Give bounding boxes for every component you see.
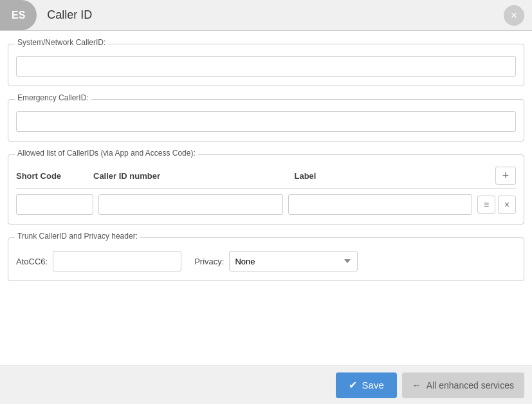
- atoc-field: AtoCC6:: [16, 251, 181, 271]
- row-actions: ≡ ×: [477, 196, 516, 214]
- short-code-input[interactable]: [16, 194, 93, 215]
- save-label: Save: [362, 380, 384, 390]
- privacy-label: Privacy:: [194, 257, 224, 266]
- es-badge: ES: [0, 0, 37, 30]
- label-input[interactable]: [288, 194, 473, 215]
- callerid-number-input[interactable]: [98, 194, 283, 215]
- callerid-cell: [98, 194, 283, 215]
- check-icon: ✔: [349, 379, 357, 391]
- col-label-header: Label: [295, 171, 496, 181]
- system-callerid-input[interactable]: [16, 56, 516, 77]
- trunk-section: Trunk CallerID and Privacy header: AtoCC…: [8, 237, 524, 281]
- trunk-section-label: Trunk CallerID and Privacy header:: [15, 232, 140, 241]
- emergency-callerid-group: Emergency CallerID:: [8, 99, 524, 142]
- privacy-field: Privacy: None id header full: [194, 251, 358, 271]
- privacy-select[interactable]: None id header full: [229, 251, 358, 271]
- close-button[interactable]: ×: [504, 5, 524, 26]
- app-header: ES Caller ID ×: [0, 0, 532, 31]
- system-callerid-label: System/Network CallerID:: [15, 38, 108, 47]
- atoc-input[interactable]: [53, 251, 181, 271]
- add-row-button[interactable]: +: [495, 167, 516, 185]
- table-header: Short Code Caller ID number Label +: [16, 167, 516, 189]
- short-code-cell: [16, 194, 93, 215]
- main-content: System/Network CallerID: Emergency Calle…: [0, 31, 532, 365]
- emergency-callerid-label: Emergency CallerID:: [15, 93, 91, 102]
- allowed-list-section: Allowed list of CallerIDs (via App and A…: [8, 154, 524, 225]
- all-enhanced-services-button[interactable]: ← All enhanced services: [402, 372, 524, 398]
- trunk-row: AtoCC6: Privacy: None id header full: [16, 251, 516, 271]
- table-row: ≡ ×: [16, 194, 516, 215]
- allowed-list-label: Allowed list of CallerIDs (via App and A…: [15, 149, 198, 158]
- emergency-callerid-input[interactable]: [16, 111, 516, 132]
- col-short-code-header: Short Code: [16, 171, 93, 181]
- arrow-left-icon: ←: [412, 380, 421, 390]
- back-label: All enhanced services: [427, 380, 514, 390]
- row-delete-button[interactable]: ×: [498, 196, 516, 214]
- save-button[interactable]: ✔ Save: [336, 372, 397, 398]
- footer: ✔ Save ← All enhanced services: [0, 365, 532, 404]
- row-menu-button[interactable]: ≡: [477, 196, 495, 214]
- system-callerid-group: System/Network CallerID:: [8, 44, 524, 86]
- atoc-label: AtoCC6:: [16, 257, 48, 266]
- col-callerid-header: Caller ID number: [93, 171, 295, 181]
- page-title: Caller ID: [47, 8, 504, 22]
- label-cell: [288, 194, 473, 215]
